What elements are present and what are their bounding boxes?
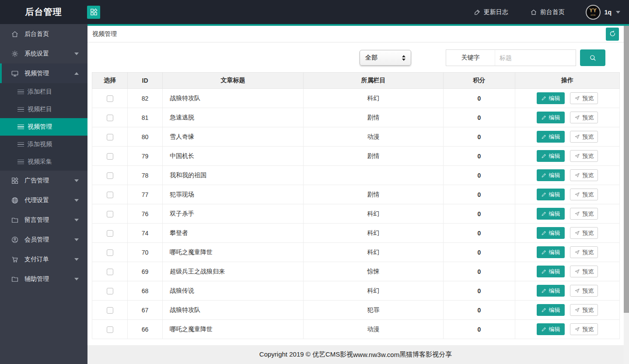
row-checkbox[interactable] xyxy=(107,326,113,333)
chevron-down-icon xyxy=(74,258,79,261)
pencil-icon xyxy=(541,134,547,140)
apps-menu-button[interactable] xyxy=(87,6,100,19)
keyword-input[interactable] xyxy=(495,49,576,66)
preview-button[interactable]: 预览 xyxy=(570,323,598,335)
send-icon xyxy=(574,307,580,313)
sidebar-subitem-add-category[interactable]: 添加栏目 xyxy=(0,83,87,101)
frontend-home-link[interactable]: 前台首页 xyxy=(530,8,565,16)
pencil-icon xyxy=(541,326,547,332)
edit-button[interactable]: 编辑 xyxy=(537,112,565,123)
preview-button[interactable]: 预览 xyxy=(570,304,598,316)
row-checkbox[interactable] xyxy=(107,192,113,198)
preview-button[interactable]: 预览 xyxy=(570,150,598,162)
user-circle-icon xyxy=(10,235,19,244)
scrollbar-thumb[interactable] xyxy=(624,26,629,313)
edit-button[interactable]: 编辑 xyxy=(537,246,565,258)
sidebar-item-ad-management[interactable]: 广告管理 xyxy=(0,171,87,190)
row-checkbox[interactable] xyxy=(107,269,113,275)
vertical-scrollbar[interactable] xyxy=(624,24,629,364)
sidebar-item-system-settings[interactable]: 系统设置 xyxy=(0,44,87,63)
row-title: 哪吒之魔童降世 xyxy=(163,320,304,339)
preview-button[interactable]: 预览 xyxy=(570,92,598,104)
footer-link[interactable]: www.nw3w.com xyxy=(353,351,399,358)
row-score: 0 xyxy=(444,185,515,204)
preview-button[interactable]: 预览 xyxy=(570,227,598,239)
preview-button[interactable]: 预览 xyxy=(570,112,598,123)
row-checkbox[interactable] xyxy=(107,153,113,160)
category-select[interactable]: 全部 xyxy=(360,50,411,66)
row-category: 科幻 xyxy=(304,224,444,243)
row-checkbox[interactable] xyxy=(107,134,113,140)
edit-button[interactable]: 编辑 xyxy=(537,227,565,239)
edit-button[interactable]: 编辑 xyxy=(537,208,565,220)
row-title: 急速逃脱 xyxy=(163,108,304,127)
sidebar-item-agent-settings[interactable]: 代理设置 xyxy=(0,190,87,210)
row-score: 0 xyxy=(444,320,515,339)
row-id: 67 xyxy=(128,301,163,320)
pencil-icon xyxy=(541,307,547,313)
preview-button[interactable]: 预览 xyxy=(570,189,598,200)
send-icon xyxy=(574,326,580,332)
sidebar-item-dashboard[interactable]: 后台首页 xyxy=(0,24,87,44)
row-title: 雪人奇缘 xyxy=(163,127,304,147)
username[interactable]: 1q xyxy=(605,9,612,16)
row-checkbox[interactable] xyxy=(107,288,113,294)
sidebar-subitem-video-management-active[interactable]: 视频管理 xyxy=(0,118,87,136)
edit-button[interactable]: 编辑 xyxy=(537,150,565,162)
row-title: 超级兵王之战狼归来 xyxy=(163,262,304,281)
edit-button[interactable]: 编辑 xyxy=(537,285,565,297)
top-header: 后台管理 更新日志 前台首页 YY xyxy=(0,0,629,24)
send-icon xyxy=(574,95,580,101)
preview-button[interactable]: 预览 xyxy=(570,285,598,297)
preview-button[interactable]: 预览 xyxy=(570,246,598,258)
table-header-row: 选择 ID 文章标题 所属栏目 积分 操作 xyxy=(92,73,620,89)
sidebar-item-auxiliary-management[interactable]: 辅助管理 xyxy=(0,269,87,289)
sidebar-subitem-video-categories[interactable]: 视频栏目 xyxy=(0,101,87,118)
preview-button[interactable]: 预览 xyxy=(570,208,598,220)
table-row: 70 哪吒之魔童降世 科幻 0 编辑 预览 xyxy=(92,243,620,262)
pen-icon xyxy=(474,9,481,16)
row-checkbox[interactable] xyxy=(107,115,113,121)
row-checkbox[interactable] xyxy=(107,307,113,314)
row-id: 80 xyxy=(128,127,163,147)
row-checkbox[interactable] xyxy=(107,95,113,102)
table-row: 68 战狼传说 科幻 0 编辑 预览 xyxy=(92,281,620,301)
changelog-link[interactable]: 更新日志 xyxy=(474,8,508,16)
pencil-icon xyxy=(541,172,547,178)
preview-button[interactable]: 预览 xyxy=(570,266,598,277)
sidebar-item-message-management[interactable]: 留言管理 xyxy=(0,210,87,230)
user-avatar[interactable]: YY cms xyxy=(586,5,601,20)
row-category: 剧情 xyxy=(304,147,444,166)
row-checkbox[interactable] xyxy=(107,249,113,256)
edit-button[interactable]: 编辑 xyxy=(537,92,565,104)
edit-button[interactable]: 编辑 xyxy=(537,304,565,316)
row-category: 科幻 xyxy=(304,89,444,108)
list-icon xyxy=(17,142,24,147)
row-id: 66 xyxy=(128,320,163,339)
footer-copyright: Copyright 2019 © 优艺CMS影视www.nw3w.com黑猫博客… xyxy=(87,345,624,364)
edit-button[interactable]: 编辑 xyxy=(537,131,565,143)
row-id: 76 xyxy=(128,204,163,224)
user-caret-down-icon[interactable] xyxy=(616,11,620,14)
col-title: 文章标题 xyxy=(163,73,304,89)
edit-button[interactable]: 编辑 xyxy=(537,323,565,335)
edit-button[interactable]: 编辑 xyxy=(537,266,565,277)
sidebar-item-payment-orders[interactable]: 支付订单 xyxy=(0,249,87,269)
preview-button[interactable]: 预览 xyxy=(570,169,598,181)
row-checkbox[interactable] xyxy=(107,230,113,237)
sidebar-subitem-video-collection[interactable]: 视频采集 xyxy=(0,153,87,171)
preview-button[interactable]: 预览 xyxy=(570,131,598,143)
row-checkbox[interactable] xyxy=(107,172,113,179)
send-icon xyxy=(574,269,580,274)
row-checkbox[interactable] xyxy=(107,211,113,217)
sidebar-subitem-add-video[interactable]: 添加视频 xyxy=(0,136,87,153)
refresh-button[interactable] xyxy=(606,28,619,41)
sidebar-item-video-management[interactable]: 视频管理 xyxy=(0,63,87,83)
cart-icon xyxy=(10,255,19,263)
search-button[interactable] xyxy=(580,49,605,66)
table-row: 82 战狼特攻队 科幻 0 编辑 预览 xyxy=(92,89,620,108)
sidebar-item-member-management[interactable]: 会员管理 xyxy=(0,230,87,249)
edit-button[interactable]: 编辑 xyxy=(537,169,565,181)
main-content: 视频管理 全部 关键字 xyxy=(87,26,624,364)
edit-button[interactable]: 编辑 xyxy=(537,189,565,200)
